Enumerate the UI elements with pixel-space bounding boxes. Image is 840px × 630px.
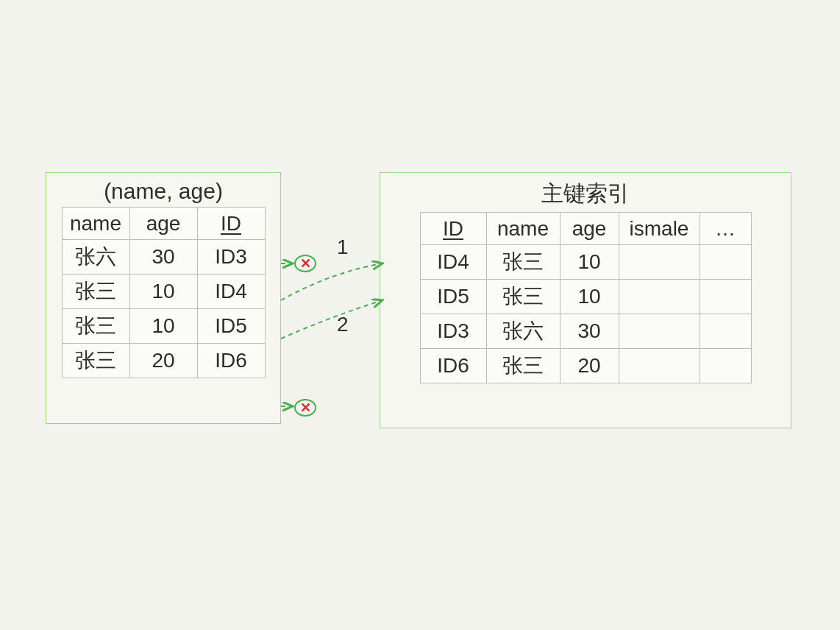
cell-age: 10	[129, 275, 197, 309]
cell-age: 20	[560, 349, 619, 383]
cell-age: 10	[560, 280, 619, 314]
cross-icon: ✕	[294, 255, 316, 272]
arrow-label-2: 2	[337, 313, 349, 336]
table-row: 张六 30 ID3	[62, 240, 265, 275]
table-row: ID4 张三 10	[420, 245, 751, 280]
table-row: ID6 张三 20	[420, 349, 751, 383]
cell-age: 10	[129, 309, 197, 344]
arrow-label-1: 1	[337, 236, 349, 259]
table-row: 张三 10 ID5	[62, 309, 265, 344]
cell-age: 10	[560, 245, 619, 280]
col-age-header: age	[129, 208, 197, 240]
cell-ismale	[619, 349, 700, 383]
cell-name: 张三	[62, 275, 129, 309]
diagram-stage: (name, age) name age ID 张六 30 ID3 张三 10	[0, 0, 840, 630]
secondary-index-title: (name, age)	[46, 173, 280, 207]
cell-ismale	[619, 245, 700, 280]
cell-name: 张三	[486, 280, 560, 314]
cell-more	[700, 245, 751, 280]
col-name-header: name	[486, 213, 560, 245]
cell-age: 30	[560, 314, 619, 349]
cell-age: 20	[129, 344, 197, 378]
cell-name: 张六	[62, 240, 129, 275]
cell-name: 张三	[486, 245, 560, 280]
table-row: ID5 张三 10	[420, 280, 751, 314]
cell-id: ID4	[197, 275, 265, 309]
secondary-index-table: name age ID 张六 30 ID3 张三 10 ID4 张三	[62, 207, 266, 378]
cell-name: 张三	[62, 309, 129, 344]
cell-more	[700, 314, 751, 349]
cell-name: 张六	[486, 314, 560, 349]
primary-index-box: 主键索引 ID name age ismale … ID4 张三 10	[380, 172, 791, 428]
cell-ismale	[619, 280, 700, 314]
cell-age: 30	[129, 240, 197, 275]
col-name-header: name	[62, 208, 129, 240]
table-row: 张三 20 ID6	[62, 344, 265, 378]
col-id-header: ID	[420, 213, 486, 245]
cell-id: ID6	[420, 349, 486, 383]
table-header-row: ID name age ismale …	[420, 213, 751, 245]
cell-id: ID3	[420, 314, 486, 349]
table-row: ID3 张六 30	[420, 314, 751, 349]
cell-id: ID3	[197, 240, 265, 275]
cell-name: 张三	[486, 349, 560, 383]
cell-id: ID5	[197, 309, 265, 344]
cell-more	[700, 349, 751, 383]
primary-index-title: 主键索引	[380, 173, 791, 212]
table-header-row: name age ID	[62, 208, 265, 240]
cell-id: ID6	[197, 344, 265, 378]
cell-more	[700, 280, 751, 314]
col-ismale-header: ismale	[619, 213, 700, 245]
primary-index-table: ID name age ismale … ID4 张三 10 ID5 张三	[420, 212, 752, 383]
cell-ismale	[619, 314, 700, 349]
cell-name: 张三	[62, 344, 129, 378]
col-more-header: …	[700, 213, 751, 245]
cell-id: ID4	[420, 245, 486, 280]
secondary-index-box: (name, age) name age ID 张六 30 ID3 张三 10	[46, 172, 281, 424]
col-id-header: ID	[197, 208, 265, 240]
col-age-header: age	[560, 213, 619, 245]
cross-icon: ✕	[294, 399, 316, 417]
table-row: 张三 10 ID4	[62, 275, 265, 309]
cell-id: ID5	[420, 280, 486, 314]
